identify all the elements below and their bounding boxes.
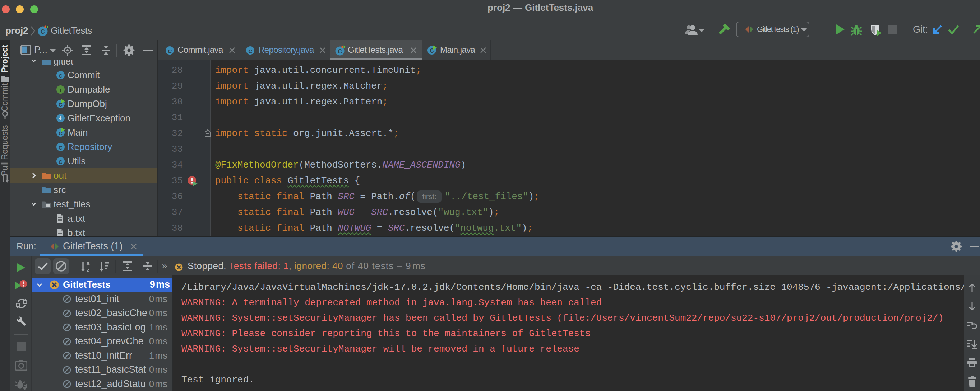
svg-text:C: C (59, 144, 62, 150)
svg-text:a: a (87, 261, 90, 266)
svg-text:C: C (338, 48, 342, 54)
svg-text:I: I (60, 87, 61, 93)
svg-text:C: C (59, 159, 62, 165)
svg-text:z: z (87, 267, 89, 272)
svg-text:C: C (168, 48, 172, 54)
svg-text:C: C (41, 28, 45, 35)
svg-text:C: C (248, 48, 252, 54)
svg-text:C: C (59, 73, 62, 79)
